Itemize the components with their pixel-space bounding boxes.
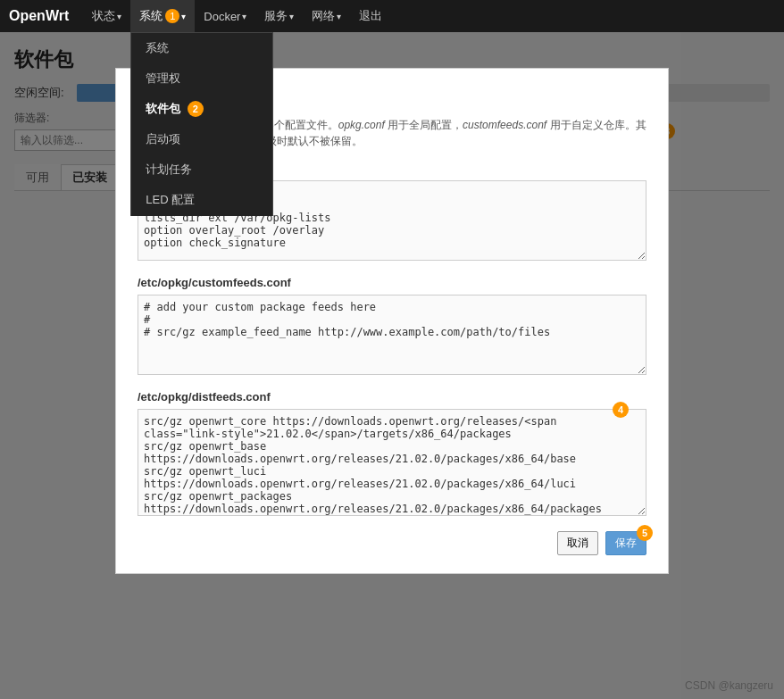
- nav-docker[interactable]: Docker ▾: [195, 0, 255, 32]
- nav-services[interactable]: 服务 ▾: [255, 0, 303, 32]
- modal-overlay: OPKG 配置 以下列出了 opkg 所使用的各个配置文件。opkg.conf …: [0, 32, 784, 216]
- nav-status[interactable]: 状态 ▾: [83, 0, 130, 32]
- nav-system[interactable]: 系统 1 ▾ 系统 管理权 软件包 2 启动项 计划任务 LED 配置 备份/升…: [130, 0, 195, 32]
- chevron-down-icon: ▾: [289, 12, 294, 21]
- menu-item-packages[interactable]: 软件包 2: [131, 94, 272, 124]
- brand-logo: OpenWrt: [9, 8, 69, 24]
- topnav: OpenWrt 状态 ▾ 系统 1 ▾ 系统 管理权 软件包 2 启动项 计划任…: [0, 0, 784, 32]
- system-dropdown: 系统 管理权 软件包 2 启动项 计划任务 LED 配置 备份/升级 重启: [130, 32, 273, 216]
- menu-item-backup[interactable]: 备份/升级: [131, 215, 272, 216]
- system-badge: 1: [165, 9, 179, 23]
- menu-item-admin[interactable]: 管理权: [131, 63, 272, 94]
- chevron-down-icon: ▾: [181, 12, 186, 21]
- chevron-down-icon: ▾: [337, 12, 341, 21]
- menu-item-startup[interactable]: 启动项: [131, 124, 272, 154]
- menu-item-crontab[interactable]: 计划任务: [131, 154, 272, 185]
- menu-item-system[interactable]: 系统: [131, 33, 272, 63]
- packages-menu-badge: 2: [188, 101, 204, 117]
- nav-network[interactable]: 网络 ▾: [303, 0, 350, 32]
- menu-item-led[interactable]: LED 配置: [131, 185, 272, 215]
- chevron-down-icon: ▾: [117, 12, 121, 21]
- chevron-down-icon: ▾: [242, 12, 246, 21]
- nav-logout[interactable]: 退出: [350, 0, 391, 32]
